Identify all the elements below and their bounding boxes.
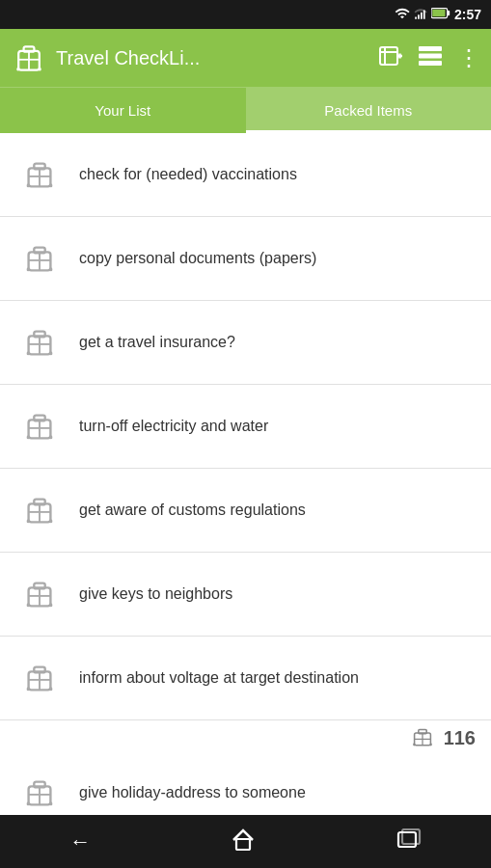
item-label: inform about voltage at target destinati… xyxy=(79,668,359,689)
recent-apps-button[interactable] xyxy=(377,821,441,863)
checklist: check for (needed) vaccinations copy per… xyxy=(0,133,491,815)
svg-rect-56 xyxy=(49,604,52,608)
svg-rect-50 xyxy=(49,520,52,524)
item-count: 116 xyxy=(444,727,476,749)
app-header: Travel CheckLi... ⋮ xyxy=(0,29,491,87)
item-label: give keys to neighbors xyxy=(79,584,232,605)
list-item[interactable]: give holiday-address to someone xyxy=(0,751,491,815)
list-item[interactable]: copy personal documents (papers) xyxy=(0,217,491,301)
svg-rect-31 xyxy=(27,268,30,272)
item-label: give holiday-address to someone xyxy=(79,783,306,803)
list-view-icon[interactable] xyxy=(419,46,442,70)
list-item[interactable]: check for (needed) vaccinations xyxy=(0,133,491,217)
item-icon xyxy=(15,318,64,366)
svg-rect-18 xyxy=(419,46,442,51)
more-options-icon[interactable]: ⋮ xyxy=(457,44,479,71)
tab-bar: Your List Packed Items xyxy=(0,87,491,133)
svg-rect-12 xyxy=(39,68,41,71)
item-label: get aware of customs regulations xyxy=(79,501,306,521)
home-button[interactable] xyxy=(210,819,276,865)
item-label: get a travel insurance? xyxy=(79,333,235,353)
svg-rect-5 xyxy=(448,11,450,15)
item-icon xyxy=(15,234,64,283)
status-bar: 2:57 xyxy=(0,0,491,29)
app-title: Travel CheckLi... xyxy=(56,47,368,69)
svg-rect-68 xyxy=(429,744,431,746)
svg-rect-13 xyxy=(380,47,397,65)
svg-rect-38 xyxy=(49,352,52,356)
svg-rect-0 xyxy=(415,16,417,18)
status-time: 2:57 xyxy=(454,7,481,22)
svg-rect-25 xyxy=(27,184,30,188)
svg-rect-3 xyxy=(423,10,425,18)
signal-icon xyxy=(414,6,427,24)
status-icons: 2:57 xyxy=(395,6,481,24)
svg-rect-43 xyxy=(27,436,30,440)
svg-rect-2 xyxy=(421,12,423,18)
wifi-icon xyxy=(395,6,410,24)
add-list-icon[interactable] xyxy=(378,43,403,73)
svg-rect-73 xyxy=(27,802,30,806)
svg-rect-55 xyxy=(27,604,30,608)
svg-rect-11 xyxy=(16,68,19,71)
item-icon xyxy=(15,570,64,618)
counter-row: 116 xyxy=(0,720,491,751)
svg-rect-62 xyxy=(49,688,52,692)
item-icon xyxy=(15,150,64,199)
tab-your-list[interactable]: Your List xyxy=(0,88,246,133)
header-actions: ⋮ xyxy=(378,43,479,73)
svg-rect-26 xyxy=(49,184,52,188)
battery-icon xyxy=(431,6,450,23)
list-item[interactable]: get a travel insurance? xyxy=(0,301,491,385)
svg-rect-49 xyxy=(27,520,30,524)
svg-rect-67 xyxy=(413,744,415,746)
nav-bar: ← xyxy=(0,815,491,868)
list-item[interactable]: get aware of customs regulations xyxy=(0,469,491,553)
back-button[interactable]: ← xyxy=(50,822,110,862)
svg-rect-32 xyxy=(49,268,52,272)
counter-luggage-icon xyxy=(409,726,436,749)
list-item[interactable]: inform about voltage at target destinati… xyxy=(0,637,491,720)
tab-packed-items[interactable]: Packed Items xyxy=(246,88,492,133)
item-label: copy personal documents (papers) xyxy=(79,249,316,269)
svg-rect-19 xyxy=(419,53,442,58)
list-item[interactable]: give keys to neighbors xyxy=(0,553,491,637)
svg-rect-44 xyxy=(49,436,52,440)
svg-rect-20 xyxy=(419,61,442,66)
list-item[interactable]: turn-off electricity and water xyxy=(0,385,491,469)
item-icon xyxy=(15,654,64,702)
svg-rect-74 xyxy=(49,802,52,806)
app-logo xyxy=(12,41,46,75)
svg-rect-61 xyxy=(27,688,30,692)
item-icon xyxy=(15,402,64,450)
svg-rect-37 xyxy=(27,352,30,356)
svg-rect-75 xyxy=(236,839,250,850)
item-label: check for (needed) vaccinations xyxy=(79,165,297,185)
item-icon xyxy=(15,486,64,534)
item-label: turn-off electricity and water xyxy=(79,417,268,437)
item-icon xyxy=(15,769,64,815)
svg-rect-1 xyxy=(418,14,420,19)
svg-rect-6 xyxy=(432,10,445,17)
